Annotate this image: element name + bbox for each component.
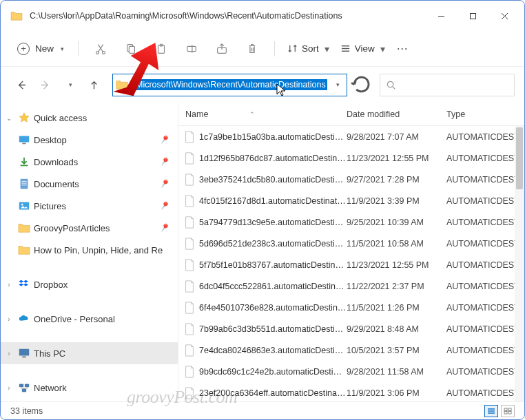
separator [78,41,79,56]
cell-name: 7b99ab6c3d3b551d.automaticDestination.. [178,323,347,335]
sidebar-item-documents[interactable]: Documents 📍 [1,173,178,195]
file-icon [184,259,195,271]
table-row[interactable]: 5a794779d13c9e5e.automaticDestination..9… [178,211,524,233]
sidebar-item-folder[interactable]: How to Pin, Unpin, Hide, and Re [1,239,178,261]
new-button[interactable]: + New ▾ [10,39,71,59]
file-icon [184,238,195,250]
table-row[interactable]: 6f4e45010736e828.automaticDestination..1… [178,297,524,318]
svg-rect-27 [22,357,25,358]
paste-button[interactable] [146,36,176,61]
sidebar-item-folder[interactable]: GroovyPostArticles 📍 [1,217,178,239]
cell-type: AUTOMATICDEST [446,154,524,163]
svg-rect-19 [22,143,25,145]
file-icon [184,216,195,229]
navigation-pane: ⌄ Quick access Desktop 📍 Downloads 📍 Doc… [1,103,178,401]
cloud-icon [17,312,31,326]
sidebar-item-quick-access[interactable]: ⌄ Quick access [1,107,178,129]
column-type[interactable]: Type [446,109,524,119]
rename-button[interactable] [176,36,207,61]
forward-button[interactable] [34,73,56,96]
file-icon [184,280,195,293]
svg-rect-26 [19,349,29,356]
table-row[interactable]: 23ef200ca6364eff.automaticDestinations-.… [178,382,524,401]
sidebar-item-onedrive[interactable]: › OneDrive - Personal [1,308,178,330]
table-row[interactable]: 7b99ab6c3d3b551d.automaticDestination..9… [178,318,524,339]
cell-name: 5a794779d13c9e5e.automaticDestination.. [178,216,347,229]
sidebar-item-pictures[interactable]: Pictures 📍 [1,195,178,217]
sort-icon [287,43,298,54]
icons-view-button[interactable] [501,405,515,417]
table-row[interactable]: 6dc04f5ccc522861.automaticDestination..1… [178,275,524,297]
table-row[interactable]: 7e4dca80246863e3.automaticDestination..1… [178,339,524,361]
svg-rect-37 [508,411,511,414]
cell-name: 1d12f965b876dc87.automaticDestination.. [178,152,347,165]
svg-rect-36 [504,411,507,414]
title-bar: C:\Users\lori\AppData\Roaming\Microsoft\… [1,1,524,31]
chevron-down-icon: ▾ [61,45,64,52]
new-label: New [35,43,54,54]
separator [274,41,275,56]
sidebar-item-desktop[interactable]: Desktop 📍 [1,129,178,151]
desktop-icon [17,133,31,147]
pin-icon: 📍 [157,155,171,169]
address-dropdown[interactable]: ▾ [331,81,344,88]
svg-rect-24 [19,202,29,210]
back-button[interactable] [10,73,32,96]
table-row[interactable]: 4fc015f2167d8d1.automaticDestinations-..… [178,190,524,211]
table-row[interactable]: 3ebe375241dc5b80.automaticDestination..9… [178,169,524,190]
status-bar: 33 items [1,401,524,419]
share-button[interactable] [207,36,237,61]
sort-button[interactable]: Sort ▾ [282,39,335,59]
svg-rect-20 [21,179,28,189]
file-name: 1c7a9be1b15a03ba.automaticDestination.. [199,132,347,142]
sidebar-item-this-pc[interactable]: › This PC [1,342,178,364]
star-icon [17,111,31,125]
address-text[interactable]: \Microsoft\Windows\Recent\AutomaticDesti… [132,79,327,90]
search-box[interactable] [380,74,515,96]
file-icon [184,323,195,335]
delete-button[interactable] [237,36,267,61]
sidebar-item-dropbox[interactable]: › Dropbox [1,273,178,295]
sidebar-item-downloads[interactable]: Downloads 📍 [1,151,178,173]
cut-button[interactable] [85,36,116,61]
search-input[interactable] [400,80,508,90]
up-button[interactable] [83,73,105,96]
maximize-button[interactable] [457,5,488,27]
scrollbar-thumb[interactable] [516,127,523,189]
close-button[interactable] [488,5,520,27]
svg-point-16 [387,81,393,87]
search-icon [386,80,396,90]
sidebar-label: Network [34,383,169,393]
pin-icon: 📍 [157,177,171,191]
column-date[interactable]: Date modified [347,109,446,119]
file-name: 1d12f965b876dc87.automaticDestination.. [199,154,347,163]
more-button[interactable]: ··· [391,44,415,54]
minimize-button[interactable] [425,5,457,27]
table-row[interactable]: 1c7a9be1b15a03ba.automaticDestination..9… [178,126,524,147]
file-name: 3ebe375241dc5b80.automaticDestination.. [199,175,347,185]
recent-dropdown[interactable]: ▾ [59,73,81,96]
table-row[interactable]: 1d12f965b876dc87.automaticDestination..1… [178,147,524,169]
details-view-button[interactable] [484,405,498,417]
table-row[interactable]: 5d696d521de238c3.automaticDestination..1… [178,233,524,254]
cell-date: 9/28/2021 11:58 AM [347,367,446,377]
table-row[interactable]: 9b9cdc69c1c24e2b.automaticDestination..9… [178,361,524,382]
pin-icon: 📍 [157,133,171,147]
refresh-button[interactable] [350,74,373,96]
vertical-scrollbar[interactable] [515,126,524,401]
sidebar-item-network[interactable]: › Network [1,377,178,399]
view-button[interactable]: View ▾ [335,39,391,59]
copy-button[interactable] [116,36,146,61]
address-bar[interactable]: \Microsoft\Windows\Recent\AutomaticDesti… [112,74,347,96]
table-row[interactable]: 5f7b5f1e01b83767.automaticDestinations..… [178,254,524,275]
chevron-right-icon: › [3,350,14,357]
cell-date: 9/28/2021 7:07 AM [347,132,446,142]
svg-rect-28 [19,384,23,388]
cell-date: 10/5/2021 3:57 PM [347,346,446,355]
cell-date: 11/23/2021 12:55 PM [347,260,446,270]
download-icon [17,155,31,169]
svg-rect-34 [504,408,507,411]
svg-rect-18 [19,136,29,143]
cell-date: 11/5/2021 1:26 PM [347,303,446,313]
column-name[interactable]: Name⌃ [178,109,347,119]
